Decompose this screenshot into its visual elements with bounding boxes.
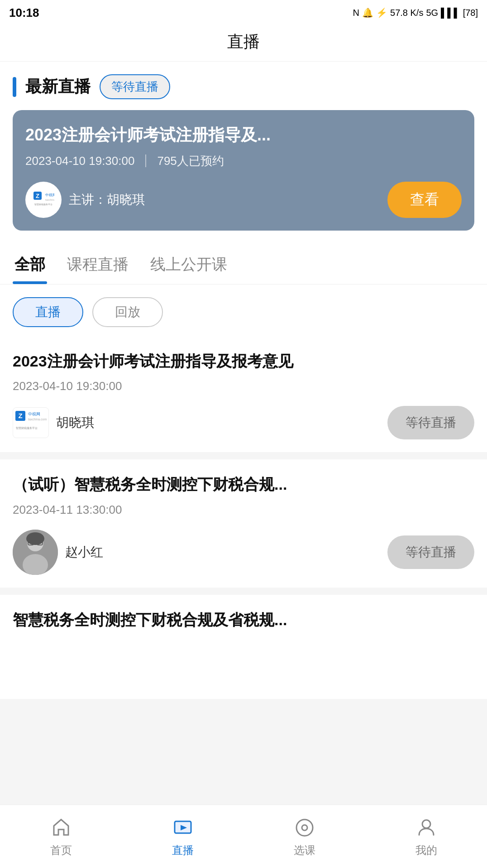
page-header: 直播 (0, 24, 487, 62)
svg-text:中税网: 中税网 (45, 193, 54, 197)
nfc-icon: N (353, 8, 359, 18)
alarm-icon: 🔔 (362, 7, 373, 18)
status-time: 10:18 (9, 6, 39, 20)
status-bar: 10:18 N 🔔 ⚡ 57.8 K/s 5G ▌▌▌ [78] (0, 0, 487, 24)
home-icon (49, 816, 73, 839)
tabs-row: 全部 课程直播 线上公开课 (13, 243, 474, 284)
page-content: 最新直播 等待直播 2023注册会计师考试注册指导及... 2023-04-10… (0, 62, 487, 699)
live-icon (171, 816, 195, 839)
featured-card-presenter: Z 中税网 taxchina.com 智慧财税服务平台 主讲：胡晓琪 (25, 182, 145, 218)
list-item-status-button-2[interactable]: 等待直播 (387, 535, 474, 569)
waiting-badge-button[interactable]: 等待直播 (100, 74, 170, 99)
svg-point-15 (23, 554, 48, 575)
list-item-date: 2023-04-10 19:30:00 (13, 379, 474, 393)
list-item-presenter: Z 中税网 taxchina.com 智慧财税服务平台 胡晓琪 (13, 407, 94, 438)
list-item-bottom: Z 中税网 taxchina.com 智慧财税服务平台 胡晓琪 等待直播 (13, 406, 474, 439)
list-item: 2023注册会计师考试注册指导及报考意见 2023-04-10 19:30:00… (0, 336, 487, 453)
nav-item-live[interactable]: 直播 (122, 812, 244, 858)
bluetooth-icon: ⚡ (376, 7, 387, 18)
list-item-presenter-name: 胡晓琪 (56, 414, 94, 431)
featured-card-bottom: Z 中税网 taxchina.com 智慧财税服务平台 主讲：胡晓琪 查看 (25, 182, 462, 218)
featured-card: 2023注册会计师考试注册指导及... 2023-04-10 19:30:00 … (13, 110, 474, 231)
signal-strength: 57.8 K/s (390, 8, 423, 18)
latest-header-row: 最新直播 等待直播 (13, 74, 474, 99)
list-item: （试听）智慧税务全时测控下财税合规... 2023-04-11 13:30:00 (0, 459, 487, 588)
profile-icon (415, 816, 438, 839)
list-item-partial-title: 智慧税务全时测控下财税合规及省税规... (13, 609, 474, 631)
list-item-logo: Z 中税网 taxchina.com 智慧财税服务平台 (13, 407, 49, 438)
tab-course-live[interactable]: 课程直播 (65, 247, 130, 284)
list-item-title: （试听）智慧税务全时测控下财税合规... (13, 474, 474, 496)
list-section: 2023注册会计师考试注册指导及报考意见 2023-04-10 19:30:00… (0, 336, 487, 636)
bottom-nav: 首页 直播 选课 我的 (0, 805, 487, 868)
svg-text:Z: Z (18, 412, 22, 420)
meta-divider (145, 154, 146, 167)
nav-item-select[interactable]: 选课 (244, 812, 365, 858)
list-item-presenter: 赵小红 (13, 530, 103, 575)
nav-item-profile[interactable]: 我的 (365, 812, 487, 858)
list-item-partial: 智慧税务全时测控下财税合规及省税规... (0, 595, 487, 636)
toggle-live-button[interactable]: 直播 (13, 297, 83, 327)
tab-online-open[interactable]: 线上公开课 (148, 247, 229, 284)
latest-title: 最新直播 (25, 76, 91, 98)
list-item-title: 2023注册会计师考试注册指导及报考意见 (13, 351, 474, 372)
featured-presenter-name: 主讲：胡晓琪 (69, 191, 145, 208)
5g-icon: 5G (426, 8, 438, 18)
toggle-row: 直播 回放 (0, 285, 487, 336)
list-item-status-button-1[interactable]: 等待直播 (387, 406, 474, 439)
nav-label-profile: 我的 (415, 843, 437, 858)
nav-item-home[interactable]: 首页 (0, 812, 122, 858)
svg-point-16 (26, 532, 44, 545)
tab-all[interactable]: 全部 (13, 247, 47, 284)
featured-card-logo: Z 中税网 taxchina.com 智慧财税服务平台 (25, 182, 62, 218)
tabs-container: 全部 课程直播 线上公开课 (0, 243, 487, 285)
svg-point-21 (296, 820, 313, 836)
nav-label-home: 首页 (50, 843, 72, 858)
list-item-bottom: 赵小红 等待直播 (13, 530, 474, 575)
svg-point-22 (302, 825, 307, 830)
svg-text:中税网: 中税网 (28, 412, 40, 416)
nav-label-live: 直播 (172, 843, 194, 858)
list-item-date: 2023-04-11 13:30:00 (13, 503, 474, 517)
featured-card-meta: 2023-04-10 19:30:00 795人已预约 (25, 153, 462, 169)
svg-text:Z: Z (36, 193, 39, 199)
featured-card-reserve-count: 795人已预约 (157, 153, 224, 169)
list-item-presenter-name: 赵小红 (65, 544, 103, 561)
view-button[interactable]: 查看 (387, 182, 462, 218)
status-icons: N 🔔 ⚡ 57.8 K/s 5G ▌▌▌ [78] (353, 7, 478, 18)
svg-text:taxchina.com: taxchina.com (28, 418, 47, 421)
nav-label-select: 选课 (294, 843, 315, 858)
svg-text:智慧财税服务平台: 智慧财税服务平台 (16, 427, 38, 429)
svg-text:智慧财税服务平台: 智慧财税服务平台 (34, 203, 53, 206)
signal-bars: ▌▌▌ (441, 8, 460, 18)
latest-section-header: 最新直播 等待直播 (0, 62, 487, 99)
featured-card-date: 2023-04-10 19:30:00 (25, 154, 134, 168)
toggle-replay-button[interactable]: 回放 (92, 297, 163, 327)
latest-bar-accent (13, 77, 16, 97)
svg-text:taxchina.com: taxchina.com (45, 198, 54, 201)
featured-card-title: 2023注册会计师考试注册指导及... (25, 125, 462, 146)
select-course-icon (293, 816, 316, 839)
page-title: 直播 (227, 32, 260, 51)
battery-icon: [78] (463, 8, 478, 18)
svg-point-23 (422, 820, 430, 828)
presenter-avatar (13, 530, 58, 575)
